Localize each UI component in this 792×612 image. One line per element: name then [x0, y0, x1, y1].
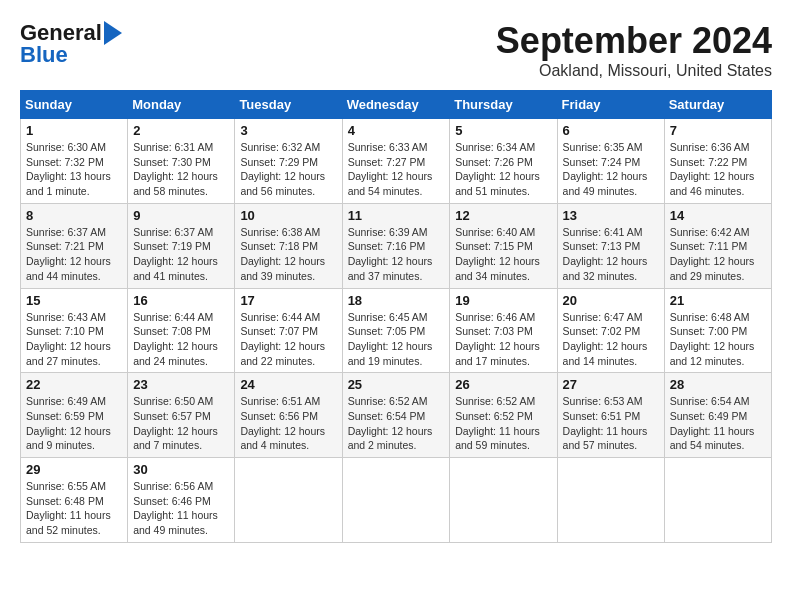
- calendar-day-cell: 19Sunrise: 6:46 AMSunset: 7:03 PMDayligh…: [450, 288, 557, 373]
- calendar-day-cell: 30Sunrise: 6:56 AMSunset: 6:46 PMDayligh…: [128, 458, 235, 543]
- day-info: Sunrise: 6:43 AMSunset: 7:10 PMDaylight:…: [26, 310, 122, 369]
- calendar-week-row: 22Sunrise: 6:49 AMSunset: 6:59 PMDayligh…: [21, 373, 772, 458]
- day-number: 3: [240, 123, 336, 138]
- day-number: 2: [133, 123, 229, 138]
- day-number: 11: [348, 208, 445, 223]
- calendar-day-cell: 7Sunrise: 6:36 AMSunset: 7:22 PMDaylight…: [664, 119, 771, 204]
- day-info: Sunrise: 6:46 AMSunset: 7:03 PMDaylight:…: [455, 310, 551, 369]
- day-info: Sunrise: 6:45 AMSunset: 7:05 PMDaylight:…: [348, 310, 445, 369]
- weekday-header-cell: Friday: [557, 91, 664, 119]
- day-number: 25: [348, 377, 445, 392]
- day-number: 6: [563, 123, 659, 138]
- calendar-day-cell: [557, 458, 664, 543]
- day-info: Sunrise: 6:36 AMSunset: 7:22 PMDaylight:…: [670, 140, 766, 199]
- calendar-day-cell: [235, 458, 342, 543]
- day-info: Sunrise: 6:52 AMSunset: 6:54 PMDaylight:…: [348, 394, 445, 453]
- calendar-day-cell: 9Sunrise: 6:37 AMSunset: 7:19 PMDaylight…: [128, 203, 235, 288]
- calendar-day-cell: 17Sunrise: 6:44 AMSunset: 7:07 PMDayligh…: [235, 288, 342, 373]
- weekday-header-cell: Tuesday: [235, 91, 342, 119]
- day-number: 17: [240, 293, 336, 308]
- weekday-header-cell: Monday: [128, 91, 235, 119]
- calendar-day-cell: 28Sunrise: 6:54 AMSunset: 6:49 PMDayligh…: [664, 373, 771, 458]
- day-number: 20: [563, 293, 659, 308]
- calendar-week-row: 15Sunrise: 6:43 AMSunset: 7:10 PMDayligh…: [21, 288, 772, 373]
- calendar-day-cell: 13Sunrise: 6:41 AMSunset: 7:13 PMDayligh…: [557, 203, 664, 288]
- day-number: 5: [455, 123, 551, 138]
- day-number: 19: [455, 293, 551, 308]
- calendar-day-cell: 22Sunrise: 6:49 AMSunset: 6:59 PMDayligh…: [21, 373, 128, 458]
- day-number: 22: [26, 377, 122, 392]
- calendar-day-cell: 14Sunrise: 6:42 AMSunset: 7:11 PMDayligh…: [664, 203, 771, 288]
- day-number: 8: [26, 208, 122, 223]
- calendar-day-cell: 26Sunrise: 6:52 AMSunset: 6:52 PMDayligh…: [450, 373, 557, 458]
- page-header: General Blue September 2024 Oakland, Mis…: [20, 20, 772, 80]
- day-number: 29: [26, 462, 122, 477]
- logo-blue-text: Blue: [20, 42, 68, 68]
- day-info: Sunrise: 6:31 AMSunset: 7:30 PMDaylight:…: [133, 140, 229, 199]
- day-number: 7: [670, 123, 766, 138]
- day-info: Sunrise: 6:41 AMSunset: 7:13 PMDaylight:…: [563, 225, 659, 284]
- day-info: Sunrise: 6:51 AMSunset: 6:56 PMDaylight:…: [240, 394, 336, 453]
- calendar-day-cell: [450, 458, 557, 543]
- day-info: Sunrise: 6:32 AMSunset: 7:29 PMDaylight:…: [240, 140, 336, 199]
- calendar-day-cell: 29Sunrise: 6:55 AMSunset: 6:48 PMDayligh…: [21, 458, 128, 543]
- month-title: September 2024: [496, 20, 772, 62]
- day-number: 16: [133, 293, 229, 308]
- calendar-week-row: 1Sunrise: 6:30 AMSunset: 7:32 PMDaylight…: [21, 119, 772, 204]
- calendar-day-cell: 2Sunrise: 6:31 AMSunset: 7:30 PMDaylight…: [128, 119, 235, 204]
- day-number: 30: [133, 462, 229, 477]
- day-number: 23: [133, 377, 229, 392]
- calendar-day-cell: 4Sunrise: 6:33 AMSunset: 7:27 PMDaylight…: [342, 119, 450, 204]
- day-number: 24: [240, 377, 336, 392]
- day-info: Sunrise: 6:55 AMSunset: 6:48 PMDaylight:…: [26, 479, 122, 538]
- weekday-header-row: SundayMondayTuesdayWednesdayThursdayFrid…: [21, 91, 772, 119]
- day-number: 4: [348, 123, 445, 138]
- calendar-day-cell: 6Sunrise: 6:35 AMSunset: 7:24 PMDaylight…: [557, 119, 664, 204]
- day-info: Sunrise: 6:33 AMSunset: 7:27 PMDaylight:…: [348, 140, 445, 199]
- day-number: 15: [26, 293, 122, 308]
- calendar-day-cell: 23Sunrise: 6:50 AMSunset: 6:57 PMDayligh…: [128, 373, 235, 458]
- day-info: Sunrise: 6:53 AMSunset: 6:51 PMDaylight:…: [563, 394, 659, 453]
- calendar-day-cell: 18Sunrise: 6:45 AMSunset: 7:05 PMDayligh…: [342, 288, 450, 373]
- calendar-day-cell: 11Sunrise: 6:39 AMSunset: 7:16 PMDayligh…: [342, 203, 450, 288]
- calendar-day-cell: 1Sunrise: 6:30 AMSunset: 7:32 PMDaylight…: [21, 119, 128, 204]
- calendar-day-cell: 15Sunrise: 6:43 AMSunset: 7:10 PMDayligh…: [21, 288, 128, 373]
- logo: General Blue: [20, 20, 122, 68]
- logo-arrow-icon: [104, 21, 122, 45]
- calendar-day-cell: 16Sunrise: 6:44 AMSunset: 7:08 PMDayligh…: [128, 288, 235, 373]
- day-number: 10: [240, 208, 336, 223]
- calendar-day-cell: 27Sunrise: 6:53 AMSunset: 6:51 PMDayligh…: [557, 373, 664, 458]
- calendar-day-cell: 8Sunrise: 6:37 AMSunset: 7:21 PMDaylight…: [21, 203, 128, 288]
- day-info: Sunrise: 6:52 AMSunset: 6:52 PMDaylight:…: [455, 394, 551, 453]
- calendar-table: SundayMondayTuesdayWednesdayThursdayFrid…: [20, 90, 772, 543]
- day-info: Sunrise: 6:35 AMSunset: 7:24 PMDaylight:…: [563, 140, 659, 199]
- day-info: Sunrise: 6:37 AMSunset: 7:19 PMDaylight:…: [133, 225, 229, 284]
- day-info: Sunrise: 6:34 AMSunset: 7:26 PMDaylight:…: [455, 140, 551, 199]
- day-info: Sunrise: 6:38 AMSunset: 7:18 PMDaylight:…: [240, 225, 336, 284]
- calendar-day-cell: 20Sunrise: 6:47 AMSunset: 7:02 PMDayligh…: [557, 288, 664, 373]
- calendar-day-cell: 24Sunrise: 6:51 AMSunset: 6:56 PMDayligh…: [235, 373, 342, 458]
- day-info: Sunrise: 6:44 AMSunset: 7:08 PMDaylight:…: [133, 310, 229, 369]
- day-info: Sunrise: 6:56 AMSunset: 6:46 PMDaylight:…: [133, 479, 229, 538]
- day-number: 28: [670, 377, 766, 392]
- day-info: Sunrise: 6:40 AMSunset: 7:15 PMDaylight:…: [455, 225, 551, 284]
- calendar-day-cell: 12Sunrise: 6:40 AMSunset: 7:15 PMDayligh…: [450, 203, 557, 288]
- location: Oakland, Missouri, United States: [496, 62, 772, 80]
- weekday-header-cell: Wednesday: [342, 91, 450, 119]
- day-info: Sunrise: 6:50 AMSunset: 6:57 PMDaylight:…: [133, 394, 229, 453]
- day-info: Sunrise: 6:54 AMSunset: 6:49 PMDaylight:…: [670, 394, 766, 453]
- day-info: Sunrise: 6:49 AMSunset: 6:59 PMDaylight:…: [26, 394, 122, 453]
- calendar-week-row: 29Sunrise: 6:55 AMSunset: 6:48 PMDayligh…: [21, 458, 772, 543]
- day-info: Sunrise: 6:47 AMSunset: 7:02 PMDaylight:…: [563, 310, 659, 369]
- day-number: 9: [133, 208, 229, 223]
- calendar-day-cell: [664, 458, 771, 543]
- day-number: 21: [670, 293, 766, 308]
- day-info: Sunrise: 6:42 AMSunset: 7:11 PMDaylight:…: [670, 225, 766, 284]
- day-number: 13: [563, 208, 659, 223]
- day-info: Sunrise: 6:30 AMSunset: 7:32 PMDaylight:…: [26, 140, 122, 199]
- day-info: Sunrise: 6:44 AMSunset: 7:07 PMDaylight:…: [240, 310, 336, 369]
- day-number: 26: [455, 377, 551, 392]
- calendar-day-cell: 21Sunrise: 6:48 AMSunset: 7:00 PMDayligh…: [664, 288, 771, 373]
- weekday-header-cell: Thursday: [450, 91, 557, 119]
- calendar-day-cell: 5Sunrise: 6:34 AMSunset: 7:26 PMDaylight…: [450, 119, 557, 204]
